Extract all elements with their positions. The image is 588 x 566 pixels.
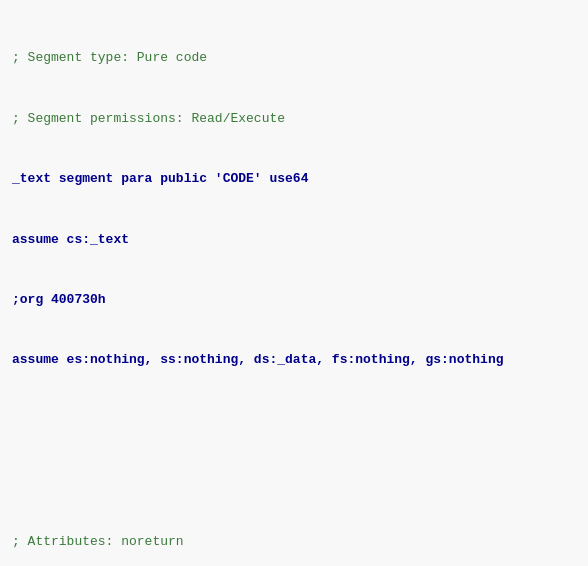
line-8 [12, 471, 576, 491]
assume-all: assume es:nothing, ss:nothing, ds:_data,… [12, 352, 503, 367]
comment-noreturn: ; Attributes: noreturn [12, 534, 184, 549]
org-directive: ;org 400730h [12, 292, 106, 307]
line-6: assume es:nothing, ss:nothing, ds:_data,… [12, 350, 576, 370]
line-5: ;org 400730h [12, 290, 576, 310]
line-7 [12, 411, 576, 431]
code-editor: ; Segment type: Pure code ; Segment perm… [0, 0, 588, 566]
line-3: _text segment para public 'CODE' use64 [12, 169, 576, 189]
segment-decl: _text segment para public 'CODE' use64 [12, 171, 308, 186]
comment-segment-perms: ; Segment permissions: Read/Execute [12, 111, 285, 126]
assume-cs: assume cs:_text [12, 232, 129, 247]
line-9: ; Attributes: noreturn [12, 532, 576, 552]
line-2: ; Segment permissions: Read/Execute [12, 109, 576, 129]
comment-segment-type: ; Segment type: Pure code [12, 50, 207, 65]
line-1: ; Segment type: Pure code [12, 48, 576, 68]
line-4: assume cs:_text [12, 230, 576, 250]
